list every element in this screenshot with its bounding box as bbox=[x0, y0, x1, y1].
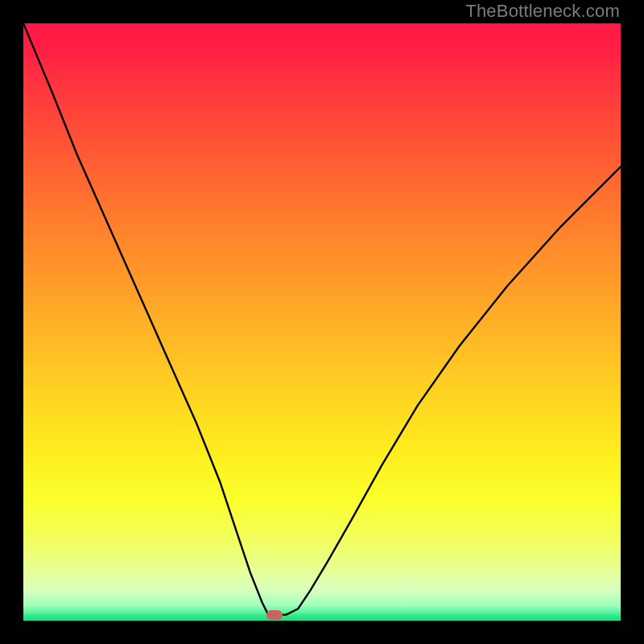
optimal-marker bbox=[266, 610, 283, 620]
chart-frame: TheBottleneck.com bbox=[0, 0, 644, 644]
bottleneck-curve bbox=[23, 23, 621, 621]
watermark-text: TheBottleneck.com bbox=[465, 2, 620, 20]
plot-area bbox=[23, 23, 621, 621]
